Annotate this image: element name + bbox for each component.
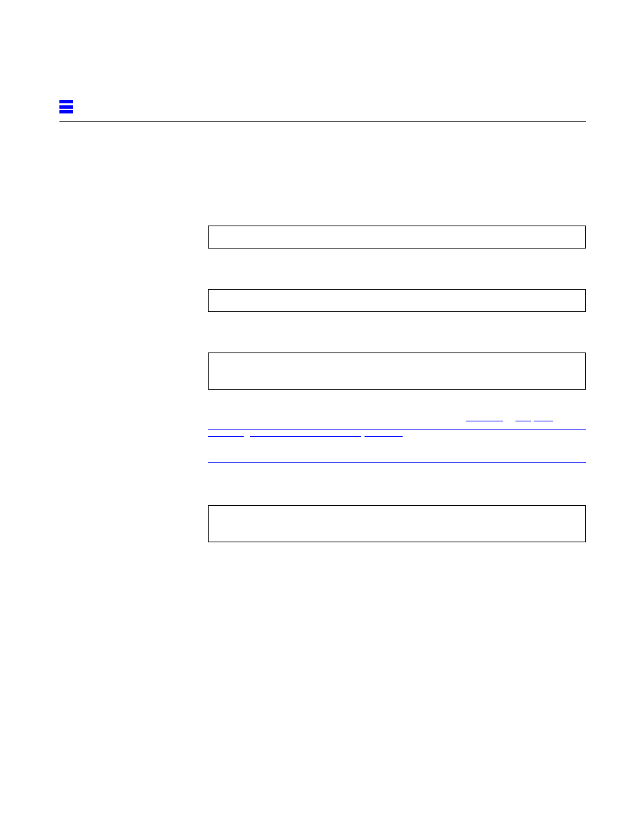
link-table[interactable]: Table 1-1 bbox=[466, 411, 503, 422]
p5a: The bbox=[208, 411, 225, 422]
para-links-text: The SMCC directory lists the software pr… bbox=[208, 409, 586, 441]
codebox-4: # umount /cdrom/cdrom0 # eject bbox=[208, 505, 586, 542]
p5c: directory lists the software products by… bbox=[248, 411, 466, 422]
page: • If you are not sure whether this packa… bbox=[0, 0, 644, 834]
p5g: " for a listing of software product dire… bbox=[403, 427, 580, 438]
cmd3a: # cd /cdrom/cdrom0/SMCC bbox=[215, 359, 341, 369]
cmd1: # mkdir /cdrom/cdrom0 bbox=[215, 232, 330, 242]
p5e: in bbox=[503, 411, 516, 422]
codebox-4-wrap: # umount /cdrom/cdrom0 # eject bbox=[208, 505, 586, 546]
codebox-3: # cd /cdrom/cdrom0/SMCC # ls bbox=[208, 353, 586, 390]
para-links: The SMCC directory lists the software pr… bbox=[208, 409, 586, 446]
cmd2: # mount -o ro -F hsfs /dev/dsk/c0t6d0s0 … bbox=[215, 295, 505, 305]
codebox-2-wrap: # mount -o ro -F hsfs /dev/dsk/c0t6d0s0 … bbox=[208, 289, 586, 316]
codebox-1: # mkdir /cdrom/cdrom0 bbox=[208, 226, 586, 249]
p5b: SMCC bbox=[225, 412, 248, 423]
menu-icon bbox=[59, 100, 73, 113]
header-rule bbox=[59, 121, 586, 122]
cmd4a: # umount /cdrom/cdrom0 bbox=[215, 511, 336, 521]
codebox-3-wrap: # cd /cdrom/cdrom0/SMCC # ls bbox=[208, 353, 586, 394]
cmd3b: # ls bbox=[215, 372, 237, 382]
cmd4b: # eject bbox=[215, 525, 254, 535]
codebox-1-wrap: # mkdir /cdrom/cdrom0 bbox=[208, 226, 586, 253]
codebox-2: # mount -o ro -F hsfs /dev/dsk/c0t6d0s0 … bbox=[208, 289, 586, 312]
